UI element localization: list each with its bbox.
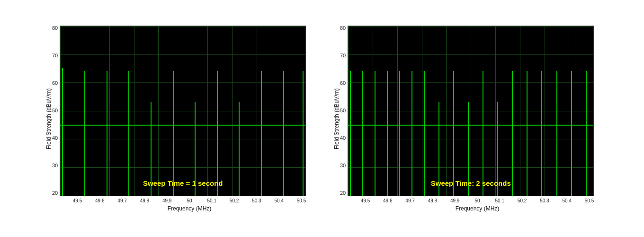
x-tick: 49.5: [66, 198, 89, 203]
grid-line-v: [305, 26, 306, 196]
spike: [512, 71, 513, 196]
spike: [283, 71, 284, 196]
x-tick: 49.7: [111, 198, 134, 203]
x-tick: 49.7: [399, 198, 421, 203]
spike: [483, 71, 483, 196]
threshold-line: [60, 125, 305, 126]
x-tick: 50.4: [268, 198, 290, 203]
y-tick: 30: [340, 163, 346, 168]
y-tick: 40: [52, 136, 58, 141]
spike: [173, 71, 174, 196]
spike: [399, 71, 400, 196]
grid-line-v: [257, 26, 257, 196]
spike: [62, 68, 63, 196]
spike: [84, 71, 85, 196]
x-tick: 50.3: [533, 198, 555, 203]
y-tick: 60: [340, 81, 346, 86]
y-tick: 20: [340, 191, 346, 196]
spike: [387, 71, 388, 196]
grid-line-h: [348, 196, 593, 196]
x-tick: 50.2: [511, 198, 533, 203]
grid-line-v: [569, 26, 569, 196]
y-axis-label: Field Strength (dBuV/m): [44, 26, 52, 212]
spike: [571, 71, 572, 196]
x-tick: 50.3: [245, 198, 268, 203]
grid-line-v: [593, 26, 594, 196]
spike: [556, 71, 557, 196]
x-axis-label: Frequency (MHz): [66, 205, 313, 212]
grid-line-v: [495, 26, 496, 196]
y-tick: 60: [52, 81, 58, 86]
x-tick: 49.9: [444, 198, 466, 203]
sweep-label: Sweep Time = 1 second: [143, 179, 223, 187]
y-axis-label: Field Strength (dBuV/m): [331, 26, 340, 212]
spike: [217, 71, 218, 196]
x-tick: 50.1: [489, 198, 511, 203]
x-tick: 49.8: [134, 198, 156, 203]
y-tick: 50: [340, 108, 346, 113]
grid-line-v: [471, 26, 471, 196]
grid-line-v: [134, 26, 134, 196]
x-tick: 50: [466, 198, 488, 203]
y-tick: 30: [52, 163, 58, 168]
chart-wrapper-2: Field Strength (dBuV/m)80706050403020Swe…: [331, 26, 600, 212]
grid-line-v: [422, 26, 422, 196]
plot-area-2: Sweep Time: 2 seconds: [348, 26, 594, 196]
grid-line-v: [397, 26, 398, 196]
grid-line-v: [60, 26, 61, 196]
grid-line-v: [348, 26, 349, 196]
y-tick: 80: [340, 26, 346, 31]
x-tick: 50.1: [201, 198, 223, 203]
y-tick: 70: [340, 53, 346, 58]
spike: [239, 102, 240, 196]
spike: [350, 71, 351, 196]
grid-line-v: [545, 26, 545, 196]
y-tick: 50: [52, 108, 58, 113]
spike: [375, 71, 376, 196]
grid-line-v: [520, 26, 520, 196]
spike: [586, 71, 587, 196]
main-container: Field Strength (dBuV/m)80706050403020Swe…: [0, 16, 644, 221]
y-tick: 70: [52, 53, 58, 58]
spike: [362, 71, 363, 196]
grid-line-h: [60, 196, 305, 196]
y-tick: 20: [52, 191, 58, 196]
x-tick: 49.6: [89, 198, 111, 203]
spike: [107, 71, 107, 196]
grid-line-v: [183, 26, 183, 196]
x-tick: 50.5: [290, 198, 313, 203]
chart-wrapper-1: Field Strength (dBuV/m)80706050403020Swe…: [44, 26, 313, 212]
x-tick: 49.9: [156, 198, 178, 203]
spike: [527, 71, 528, 196]
spike: [128, 71, 129, 196]
x-tick: 49.6: [376, 198, 399, 203]
spike: [303, 71, 304, 196]
spike: [541, 71, 542, 196]
sweep-label: Sweep Time: 2 seconds: [431, 179, 511, 187]
grid-line-v: [207, 26, 208, 196]
x-tick: 50.5: [578, 198, 600, 203]
y-tick: 80: [52, 26, 58, 31]
grid-line-v: [232, 26, 233, 196]
x-tick: 49.8: [421, 198, 444, 203]
spike: [424, 71, 425, 196]
x-tick: 50: [178, 198, 200, 203]
spike: [411, 71, 412, 196]
x-axis-label: Frequency (MHz): [354, 205, 600, 212]
grid-line-v: [158, 26, 159, 196]
grid-line-v: [446, 26, 447, 196]
grid-line-v: [281, 26, 281, 196]
x-tick: 50.4: [556, 198, 578, 203]
y-tick: 40: [340, 136, 346, 141]
grid-line-v: [373, 26, 373, 196]
grid-line-v: [109, 26, 110, 196]
plot-area-1: Sweep Time = 1 second: [60, 26, 306, 196]
x-tick: 50.2: [223, 198, 245, 203]
spike: [261, 71, 262, 196]
x-tick: 49.5: [354, 198, 376, 203]
spike: [453, 71, 454, 196]
